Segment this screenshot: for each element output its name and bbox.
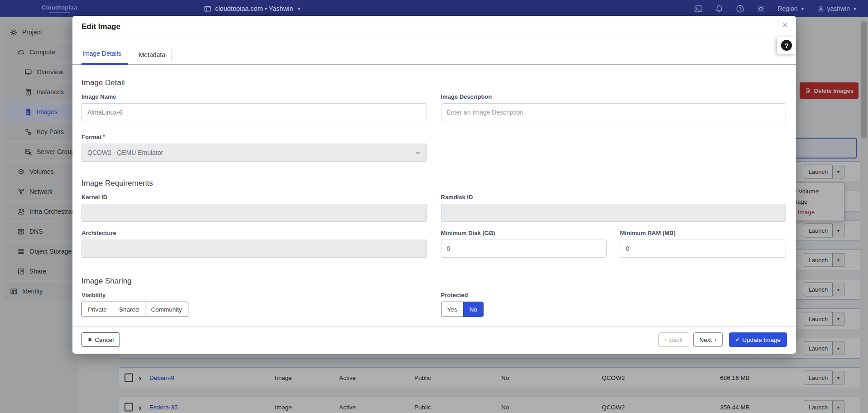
chevron-down-icon: ▼ <box>801 6 805 11</box>
user-icon <box>817 5 825 12</box>
check-icon: ✔ <box>735 337 739 342</box>
chevron-down-icon <box>415 149 421 156</box>
app-window: Cloudtopiaa cloudtopiaa.com • Yashwin ▼ … <box>0 0 868 413</box>
chevron-down-icon: ▼ <box>853 6 857 11</box>
visibility-label: Visibility <box>82 292 427 298</box>
project-selector-label: cloudtopiaa.com • Yashwin <box>215 5 293 12</box>
protected-option-yes[interactable]: Yes <box>441 302 464 317</box>
visibility-button-group: Private Shared Community <box>82 302 188 317</box>
visibility-option-shared[interactable]: Shared <box>113 302 145 317</box>
help-fab[interactable]: ? <box>777 37 796 54</box>
tab-metadata[interactable]: Metadata <box>138 51 172 64</box>
image-name-input[interactable] <box>82 103 427 121</box>
project-list-icon <box>204 5 211 13</box>
kernel-id-input <box>82 204 427 222</box>
modal-footer: ✖ Cancel ‹ Back Next › ✔ Update Image <box>72 326 796 354</box>
gear-icon[interactable] <box>757 5 765 13</box>
update-image-button[interactable]: ✔ Update Image <box>729 332 787 347</box>
tab-image-details[interactable]: Image Details <box>82 50 128 65</box>
chevron-right-icon: › <box>715 337 716 342</box>
min-ram-label: Minimum RAM (MB) <box>620 230 786 236</box>
image-description-input[interactable] <box>441 103 786 121</box>
username-label: yashwin <box>827 5 850 12</box>
visibility-option-private[interactable]: Private <box>82 302 113 317</box>
brand-logo-text: Cloudtopiaa <box>42 4 77 11</box>
console-icon[interactable] <box>694 5 703 13</box>
chevron-left-icon: ‹ <box>665 337 667 342</box>
close-icon[interactable]: × <box>782 20 788 30</box>
question-mark-icon: ? <box>781 40 792 51</box>
brand-tagline <box>49 12 70 13</box>
tab-divider <box>128 49 128 62</box>
x-icon: ✖ <box>88 337 92 342</box>
modal-body: Image Detail Image Name Image Descriptio… <box>72 65 796 326</box>
chevron-down-icon: ▼ <box>297 6 301 11</box>
modal-header: Edit Image × <box>72 16 796 37</box>
kernel-id-label: Kernel ID <box>82 194 427 201</box>
format-select-value: QCOW2 - QEMU Emulator <box>87 149 163 156</box>
section-heading-image-sharing: Image Sharing <box>82 277 786 286</box>
modal-title: Edit Image <box>82 22 120 31</box>
format-label: Format* <box>82 134 427 140</box>
architecture-input <box>82 240 427 258</box>
back-button: ‹ Back <box>658 332 689 347</box>
ramdisk-id-label: Ramdisk ID <box>441 194 786 201</box>
tab-divider <box>172 49 172 62</box>
edit-image-modal: Edit Image × ? Image Details Metadata Im… <box>72 16 796 354</box>
bell-icon[interactable] <box>715 5 724 13</box>
cancel-button[interactable]: ✖ Cancel <box>82 332 120 347</box>
project-selector-dropdown[interactable]: cloudtopiaa.com • Yashwin ▼ <box>204 5 301 13</box>
brand-logo: Cloudtopiaa <box>42 4 77 13</box>
next-button[interactable]: Next › <box>693 332 723 347</box>
min-ram-input[interactable] <box>620 240 786 258</box>
required-asterisk: * <box>103 134 105 140</box>
format-select: QCOW2 - QEMU Emulator <box>82 144 427 162</box>
help-icon[interactable] <box>736 5 744 13</box>
ramdisk-id-input <box>441 204 786 222</box>
section-heading-image-detail: Image Detail <box>82 78 786 87</box>
region-dropdown[interactable]: Region ▼ <box>777 5 805 12</box>
visibility-option-community[interactable]: Community <box>145 302 188 317</box>
modal-tabs: Image Details Metadata <box>72 37 796 65</box>
image-description-label: Image Description <box>441 93 786 100</box>
protected-toggle-group: Yes No <box>441 302 484 317</box>
min-disk-input[interactable] <box>441 240 607 258</box>
protected-label: Protected <box>441 292 786 298</box>
image-name-label: Image Name <box>82 93 427 100</box>
architecture-label: Architecture <box>82 230 427 236</box>
region-label: Region <box>777 5 797 12</box>
protected-option-no[interactable]: No <box>464 302 483 317</box>
navbar-right-controls: Region ▼ yashwin ▼ <box>694 5 857 13</box>
min-disk-label: Minimum Disk (GB) <box>441 230 607 236</box>
user-dropdown[interactable]: yashwin ▼ <box>817 5 858 12</box>
top-navbar: Cloudtopiaa cloudtopiaa.com • Yashwin ▼ … <box>0 0 868 17</box>
section-heading-image-requirements: Image Requirements <box>82 179 786 188</box>
